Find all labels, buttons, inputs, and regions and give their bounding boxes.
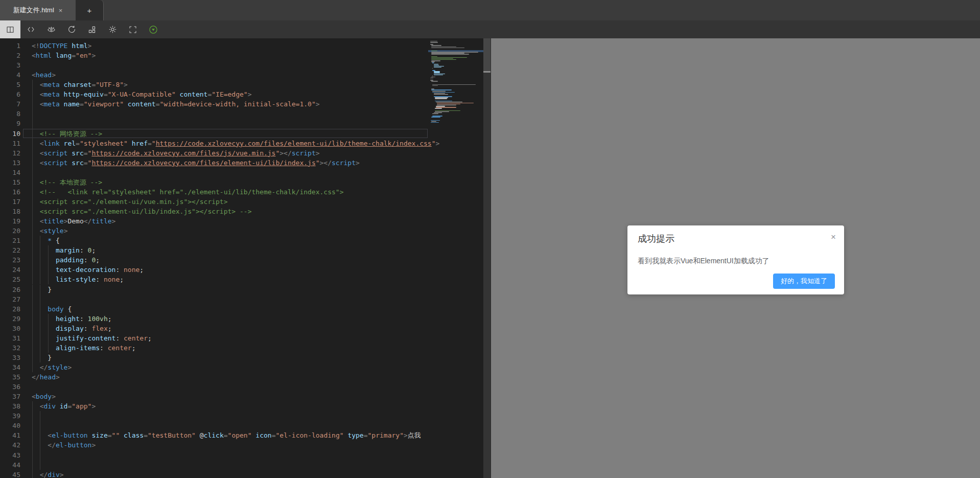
code-line: <!-- <link rel="stylesheet" href="./elem… [32,187,343,197]
success-dialog: 成功提示 × 看到我就表示Vue和ElementUI加载成功了 好的，我知道了 [627,225,844,294]
dialog-confirm-button[interactable]: 好的，我知道了 [773,274,835,289]
line-number: 41 [0,430,20,440]
code-line: body { [32,304,72,314]
line-number: 9 [0,119,20,128]
line-number: 15 [0,177,20,187]
line-number: 20 [0,226,20,236]
tab-label: 新建文件.html [13,6,54,15]
line-number: 33 [0,353,20,362]
code-line: justify-content: center; [32,333,152,343]
code-line: height: 100vh; [32,314,112,324]
line-number: 34 [0,362,20,372]
preview-eye-button[interactable] [41,20,61,38]
indent-guide [40,294,40,304]
dialog-title: 成功提示 [638,233,674,245]
blocks-button[interactable] [82,20,102,38]
code-line: <script src="./element-ui/lib/index.js">… [32,207,251,216]
tab-new-file[interactable]: 新建文件.html × [0,0,76,20]
code-line: <script src="./element-ui/vue.min.js"></… [32,197,228,207]
fullscreen-icon [128,25,137,34]
code-line: </el-button> [32,440,96,450]
line-number: 16 [0,187,20,197]
line-number: 39 [0,411,20,421]
code-line: list-style: none; [32,275,124,284]
line-number: 17 [0,197,20,207]
line-number: 23 [0,255,20,265]
code-line: <style> [32,226,67,236]
line-number: 5 [0,80,20,89]
theme-button[interactable] [102,20,123,38]
code-line: <div id="app"> [32,401,96,411]
code-line: <script src="https://code.xzlovecyy.com/… [32,158,360,168]
tab-close-icon[interactable]: × [59,7,63,14]
code-line: <!-- 本地资源 --> [32,177,102,187]
code-line: * { [32,236,60,245]
line-number: 31 [0,333,20,343]
code-line: </head> [32,372,60,382]
code-icon [26,25,36,34]
code-line: padding: 0; [32,255,100,265]
line-number: 4 [0,70,20,80]
line-number: 11 [0,139,20,148]
line-number: 36 [0,382,20,392]
code-line: <body> [32,392,56,401]
line-number: 14 [0,168,20,177]
code-line: </style> [32,362,72,372]
code-line: margin: 0; [32,245,96,255]
line-number: 28 [0,304,20,314]
run-button[interactable] [143,20,164,38]
indent-guide [40,421,40,430]
code-line: } [32,353,52,362]
dialog-message: 看到我就表示Vue和ElementUI加载成功了 [638,257,769,266]
run-icon [148,25,158,35]
line-number: 7 [0,99,20,109]
line-number: 2 [0,51,20,60]
line-number: 32 [0,343,20,353]
code-line: <meta http-equiv="X-UA-Compatible" conte… [32,89,252,99]
line-number: 24 [0,265,20,275]
indent-guide [32,294,33,304]
line-number: 13 [0,158,20,168]
tab-bar: 新建文件.html × + [0,0,980,20]
code-line: align-items: center; [32,343,136,353]
line-number: 29 [0,314,20,324]
line-number: 19 [0,216,20,226]
code-view-button[interactable] [20,20,41,38]
indent-guide [32,109,33,119]
line-number: 38 [0,401,20,411]
indent-guide [32,450,33,460]
split-view-button[interactable] [0,20,20,38]
line-number: 21 [0,236,20,245]
code-line: <script src="https://code.xzlovecyy.com/… [32,148,320,158]
code-line: text-decoration: none; [32,265,144,275]
fullscreen-button[interactable] [123,20,143,38]
line-number: 3 [0,60,20,70]
sun-icon [108,25,118,34]
line-number: 1 [0,41,20,51]
code-line: <!DOCTYPE html> [32,41,91,51]
code-layer: 1<!DOCTYPE html>2<html lang="en">34<head… [0,38,491,478]
code-line: </div> [32,470,64,478]
indent-guide [32,119,33,128]
refresh-button[interactable] [61,20,82,38]
line-number: 40 [0,421,20,430]
indent-guide [40,450,40,460]
plus-icon: + [87,6,92,15]
indent-guide [32,411,33,421]
code-line: } [32,285,52,294]
preview-toolbar [0,20,980,38]
code-editor[interactable]: 1<!DOCTYPE html>2<html lang="en">34<head… [0,38,491,478]
new-tab-button[interactable]: + [76,0,104,20]
eye-icon [46,25,56,34]
split-view-icon [6,25,15,34]
code-line: <head> [32,70,56,80]
indent-guide [32,421,33,430]
preview-pane: 成功提示 × 看到我就表示Vue和ElementUI加载成功了 好的，我知道了 [491,38,980,478]
line-number: 25 [0,275,20,284]
code-line: <link rel="stylesheet" href="https://cod… [32,139,439,148]
indent-guide [40,460,40,470]
line-number: 43 [0,450,20,460]
line-number: 35 [0,372,20,382]
code-line: <meta name="viewport" content="width=dev… [32,99,320,109]
dialog-close-icon[interactable]: × [831,233,836,241]
